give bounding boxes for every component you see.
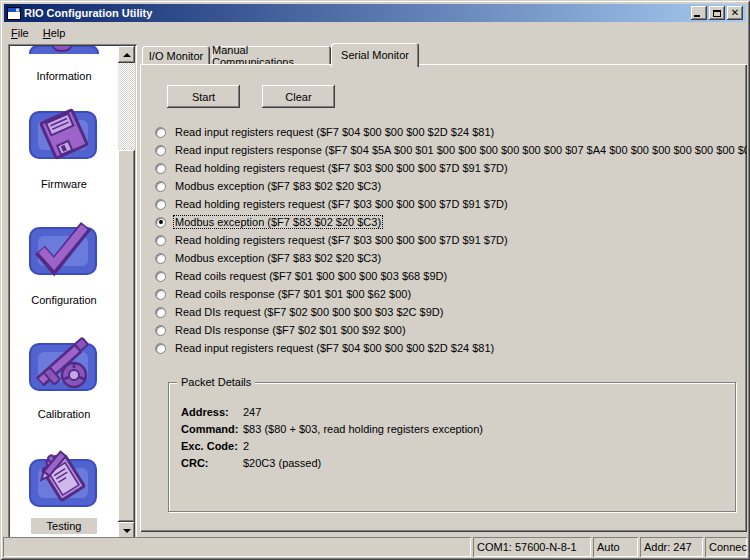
packet-label: Read holding registers request ($F7 $03 … <box>173 233 510 247</box>
packet-label: Modbus exception ($F7 $83 $02 $20 $C3) <box>173 215 383 229</box>
micrometer-icon <box>26 334 102 394</box>
status-panel-com: COM1: 57600-N-8-1 <box>473 537 591 557</box>
packet-row[interactable]: Modbus exception ($F7 $83 $02 $20 $C3) <box>155 177 747 195</box>
detail-row-exc-code: Exc. Code: 2 <box>181 437 729 454</box>
tab-serial-monitor[interactable]: Serial Monitor <box>331 43 419 67</box>
scrollbar-thumb[interactable] <box>118 150 135 522</box>
app-window: RIO Configuration Utility ✕ File Help In… <box>0 0 750 560</box>
packet-label: Read input registers request ($F7 $04 $0… <box>173 341 496 355</box>
maximize-icon <box>713 10 721 17</box>
status-panel-addr: Addr: 247 <box>640 537 703 557</box>
packet-label: Read holding registers request ($F7 $03 … <box>173 161 510 175</box>
sidebar-item-calibration[interactable]: Calibration <box>10 334 118 422</box>
radio-icon[interactable] <box>155 235 166 246</box>
detail-label: CRC: <box>181 457 243 469</box>
menu-file[interactable]: File <box>4 25 36 41</box>
app-icon <box>7 7 21 20</box>
packet-label: Read coils response ($F7 $01 $01 $00 $62… <box>173 287 413 301</box>
packet-row[interactable]: Read coils response ($F7 $01 $01 $00 $62… <box>155 285 747 303</box>
minimize-button[interactable] <box>691 6 707 20</box>
packet-label: Read DIs request ($F7 $02 $00 $00 $00 $0… <box>173 305 445 319</box>
packet-row[interactable]: Read input registers request ($F7 $04 $0… <box>155 123 747 141</box>
packet-row[interactable]: Read holding registers request ($F7 $03 … <box>155 231 747 249</box>
info-icon <box>28 46 100 54</box>
packet-row[interactable]: Read coils request ($F7 $01 $00 $00 $00 … <box>155 267 747 285</box>
menu-bar: File Help <box>4 23 746 42</box>
detail-label: Command: <box>181 423 243 435</box>
sidebar-item-label: Configuration <box>27 293 100 307</box>
packet-details-groupbox: Packet Details Address: 247 Command: $83… <box>168 382 736 512</box>
sidebar-item-firmware[interactable]: Firmware <box>10 104 118 192</box>
sidebar-item-information[interactable]: Information <box>10 46 118 84</box>
radio-icon[interactable] <box>155 307 166 318</box>
sidebar-item-configuration[interactable]: Configuration <box>10 220 118 308</box>
checkmark-icon <box>26 220 102 278</box>
sidebar-content: Information Firmware <box>10 46 118 539</box>
packet-row[interactable]: Modbus exception ($F7 $83 $02 $20 $C3) <box>155 249 747 267</box>
tab-manual-communications[interactable]: Manual Communications <box>212 46 331 66</box>
packet-details-title: Packet Details <box>177 376 255 388</box>
radio-icon[interactable] <box>155 181 166 192</box>
packet-list: Read input registers request ($F7 $04 $0… <box>155 123 747 357</box>
detail-row-crc: CRC: $20C3 (passed) <box>181 454 729 471</box>
detail-label: Exc. Code: <box>181 440 243 452</box>
radio-icon[interactable] <box>155 325 166 336</box>
radio-icon[interactable] <box>155 145 166 156</box>
minimize-icon <box>694 15 700 17</box>
sidebar-item-label: Information <box>32 69 95 83</box>
radio-icon[interactable] <box>155 217 166 228</box>
window-title: RIO Configuration Utility <box>24 7 691 19</box>
status-panel-main <box>3 537 471 557</box>
packet-label: Modbus exception ($F7 $83 $02 $20 $C3) <box>173 179 383 193</box>
packet-row[interactable]: Read DIs response ($F7 $02 $01 $00 $92 $… <box>155 321 747 339</box>
status-bar: COM1: 57600-N-8-1 Auto Addr: 247 Connect… <box>3 537 747 557</box>
sidebar-item-label: Firmware <box>37 177 91 191</box>
close-button[interactable]: ✕ <box>727 6 743 20</box>
scroll-up-button[interactable] <box>118 46 135 63</box>
menu-help[interactable]: Help <box>36 25 73 41</box>
serial-monitor-panel: Start Clear Read input registers request… <box>140 64 747 532</box>
sidebar-item-label: Testing <box>31 518 98 534</box>
tab-io-monitor[interactable]: I/O Monitor <box>142 46 210 66</box>
sidebar-scrollbar[interactable] <box>118 46 135 539</box>
scroll-up-icon <box>123 53 131 57</box>
radio-icon[interactable] <box>155 127 166 138</box>
maximize-button[interactable] <box>709 6 725 20</box>
clear-button[interactable]: Clear <box>262 85 335 108</box>
detail-value: 2 <box>243 440 249 452</box>
radio-icon[interactable] <box>155 289 166 300</box>
start-button[interactable]: Start <box>167 85 240 108</box>
detail-row-command: Command: $83 ($80 + $03, read holding re… <box>181 420 729 437</box>
packet-row[interactable]: Read input registers response ($F7 $04 $… <box>155 141 747 159</box>
packet-label: Read input registers request ($F7 $04 $0… <box>173 125 496 139</box>
scroll-down-icon <box>123 529 131 533</box>
packet-row[interactable]: Read holding registers request ($F7 $03 … <box>155 195 747 213</box>
tab-strip: I/O Monitor Manual Communications Serial… <box>140 43 747 65</box>
packet-label: Modbus exception ($F7 $83 $02 $20 $C3) <box>173 251 383 265</box>
sidebar-item-testing[interactable]: Testing <box>10 446 118 534</box>
packet-row[interactable]: Read input registers request ($F7 $04 $0… <box>155 339 747 357</box>
floppy-icon <box>26 104 102 162</box>
packet-row[interactable]: Read DIs request ($F7 $02 $00 $00 $00 $0… <box>155 303 747 321</box>
packet-label: Read DIs response ($F7 $02 $01 $00 $92 $… <box>173 323 408 337</box>
detail-row-address: Address: 247 <box>181 403 729 420</box>
status-panel-mode: Auto <box>593 537 638 557</box>
packet-row-selected[interactable]: Modbus exception ($F7 $83 $02 $20 $C3) <box>155 213 747 231</box>
status-panel-connection: Connected <box>705 537 747 557</box>
radio-icon[interactable] <box>155 253 166 264</box>
close-icon: ✕ <box>731 8 739 18</box>
titlebar[interactable]: RIO Configuration Utility ✕ <box>4 4 746 22</box>
packet-label: Read holding registers request ($F7 $03 … <box>173 197 510 211</box>
packet-label: Read input registers response ($F7 $04 $… <box>173 143 747 157</box>
packet-row[interactable]: Read holding registers request ($F7 $03 … <box>155 159 747 177</box>
radio-icon[interactable] <box>155 163 166 174</box>
radio-icon[interactable] <box>155 343 166 354</box>
sidebar: Information Firmware <box>8 44 137 541</box>
detail-value: $83 ($80 + $03, read holding registers e… <box>243 423 483 435</box>
detail-value: $20C3 (passed) <box>243 457 321 469</box>
detail-label: Address: <box>181 406 243 418</box>
clipboard-icon <box>26 446 102 512</box>
radio-icon[interactable] <box>155 199 166 210</box>
sidebar-item-label: Calibration <box>34 407 95 421</box>
radio-icon[interactable] <box>155 271 166 282</box>
